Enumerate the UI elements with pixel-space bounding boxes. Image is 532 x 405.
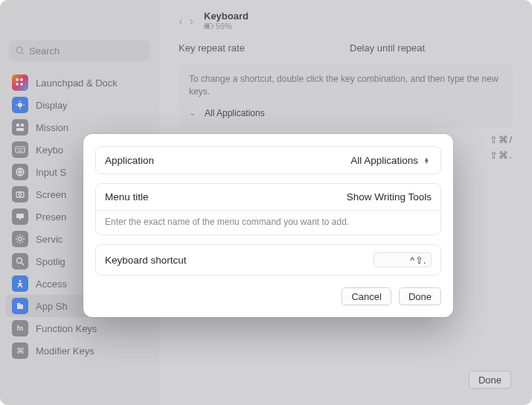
chevron-up-down-icon: ▴▾ <box>421 154 432 166</box>
keyboard-shortcut-value: ^⇧. <box>410 255 426 266</box>
keyboard-shortcut-label: Keyboard shortcut <box>105 255 187 266</box>
menu-title-label: Menu title <box>105 191 149 202</box>
application-label: Application <box>105 155 154 166</box>
add-shortcut-dialog: Application All Applications ▴▾ Menu tit… <box>83 134 453 317</box>
cancel-button[interactable]: Cancel <box>342 287 391 305</box>
keyboard-shortcut-input[interactable]: ^⇧. <box>374 252 432 267</box>
menu-title-value[interactable]: Show Writing Tools <box>347 191 432 202</box>
application-row[interactable]: Application All Applications ▴▾ <box>96 147 440 173</box>
application-popup[interactable]: All Applications ▴▾ <box>350 154 432 166</box>
done-button[interactable]: Done <box>399 287 441 305</box>
menu-title-row[interactable]: Menu title Show Writing Tools <box>96 184 440 210</box>
menu-title-help: Enter the exact name of the menu command… <box>96 210 440 235</box>
system-settings-window: Search Launchpad & Dock Display Mission … <box>0 0 532 405</box>
application-value: All Applications <box>350 155 418 166</box>
keyboard-shortcut-row: Keyboard shortcut ^⇧. <box>96 245 440 275</box>
